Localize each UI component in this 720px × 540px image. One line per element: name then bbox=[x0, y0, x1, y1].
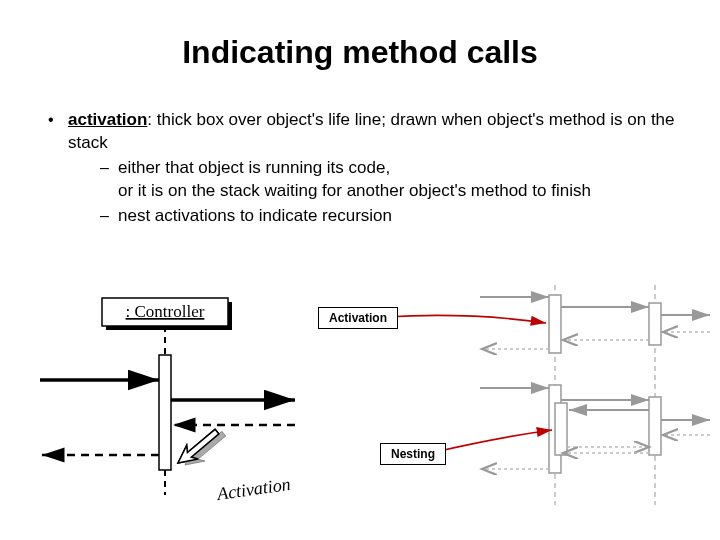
activation-label-box: Activation bbox=[318, 307, 398, 329]
controller-label: : Controller bbox=[126, 302, 205, 321]
activation-bar-top-right bbox=[649, 303, 661, 345]
term-activation: activation bbox=[68, 110, 147, 129]
activation-bar-bot-right bbox=[649, 397, 661, 455]
callout-arrow-activation bbox=[385, 315, 546, 323]
sub-bullet-1: either that object is running its code, … bbox=[96, 157, 680, 203]
activation-handwritten-label: Activation bbox=[215, 474, 292, 504]
activation-bar-top-left bbox=[549, 295, 561, 353]
bullet-main: activation: thick box over object's life… bbox=[40, 109, 680, 228]
content-area: activation: thick box over object's life… bbox=[0, 91, 720, 228]
nesting-label-box: Nesting bbox=[380, 443, 446, 465]
slide-title: Indicating method calls bbox=[0, 0, 720, 91]
callout-arrow-nesting bbox=[435, 430, 552, 452]
activation-pointer-arrow bbox=[173, 422, 230, 475]
activation-bar-left bbox=[159, 355, 171, 470]
diagram-area: : Controller bbox=[0, 285, 720, 540]
nested-activation-bar bbox=[555, 403, 567, 455]
svg-marker-2 bbox=[173, 425, 223, 471]
sub-bullet-2: nest activations to indicate recursion bbox=[96, 205, 680, 228]
definition-text: : thick box over object's life line; dra… bbox=[68, 110, 675, 152]
